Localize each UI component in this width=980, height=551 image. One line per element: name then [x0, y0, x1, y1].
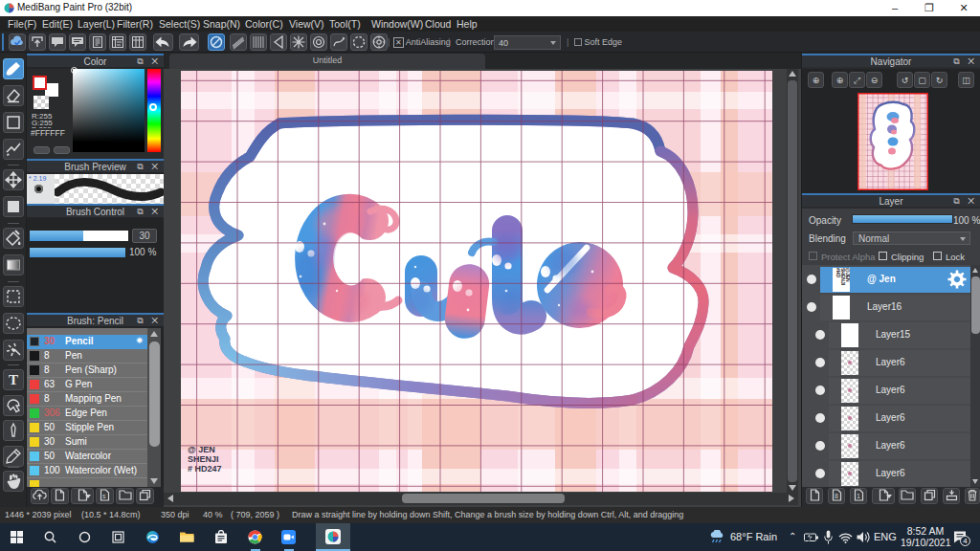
svg-text:1: 1 [857, 493, 860, 499]
svg-text:SHENJI: SHENJI [188, 454, 219, 464]
svg-text:# HD247: # HD247 [188, 464, 222, 474]
svg-text:@ JEN: @ JEN [188, 445, 215, 454]
svg-text:8: 8 [835, 493, 838, 499]
svg-text:s: s [102, 493, 106, 499]
